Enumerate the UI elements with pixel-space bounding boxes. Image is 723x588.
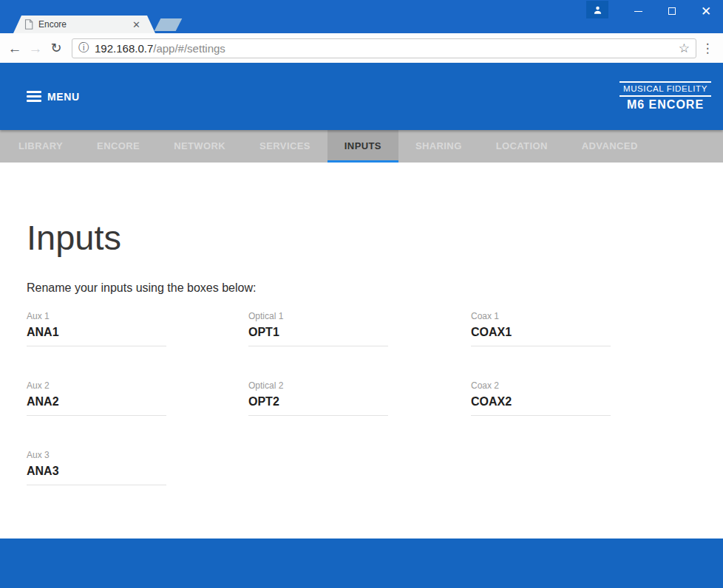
reload-icon[interactable]: ↻ xyxy=(46,41,67,55)
input-label: Aux 3 xyxy=(27,450,248,460)
maximize-icon xyxy=(668,7,676,15)
tab-close-icon[interactable]: ✕ xyxy=(131,20,142,30)
input-label: Optical 1 xyxy=(248,311,471,321)
app-footer xyxy=(0,539,723,588)
input-field-group: Optical 1 xyxy=(248,311,471,346)
menu-label: MENU xyxy=(47,91,80,103)
tab-advanced[interactable]: ADVANCED xyxy=(565,130,655,163)
page-subtitle: Rename your inputs using the boxes below… xyxy=(27,281,696,295)
close-icon: ✕ xyxy=(701,5,711,18)
tab-library[interactable]: LIBRARY xyxy=(1,130,80,163)
maximize-button[interactable] xyxy=(655,0,689,22)
browser-toolbar: ← → ↻ ⓘ 192.168.0.7/app/#/settings ☆ ⋮ xyxy=(0,33,723,63)
rename-input-opt1[interactable] xyxy=(248,321,388,346)
rename-input-opt2[interactable] xyxy=(248,391,388,416)
browser-menu-icon[interactable]: ⋮ xyxy=(696,41,719,56)
minimize-button[interactable] xyxy=(621,0,655,22)
settings-nav: LIBRARYENCORENETWORKSERVICESINPUTSSHARIN… xyxy=(0,130,723,163)
input-field-group: Optical 2 xyxy=(248,380,471,416)
browser-titlebar: Encore ✕ ✕ xyxy=(0,0,723,33)
brand-name: MUSICAL FIDELITY xyxy=(620,81,711,97)
input-field-group: Aux 1 xyxy=(27,311,248,346)
back-icon[interactable]: ← xyxy=(4,41,25,55)
page-title: Inputs xyxy=(27,219,696,257)
tab-encore[interactable]: ENCORE xyxy=(80,130,157,163)
url-path: /app/#/settings xyxy=(153,42,225,55)
close-button[interactable]: ✕ xyxy=(689,0,723,22)
tab-network[interactable]: NETWORK xyxy=(157,130,242,163)
new-tab-button[interactable] xyxy=(155,18,183,31)
url-text: 192.168.0.7/app/#/settings xyxy=(95,42,674,55)
rename-input-ana1[interactable] xyxy=(27,321,166,346)
bookmark-star-icon[interactable]: ☆ xyxy=(679,41,690,56)
hamburger-icon xyxy=(27,91,41,102)
input-field-group: Coax 1 xyxy=(471,311,693,346)
inputs-grid: Aux 1Optical 1Coax 1Aux 2Optical 2Coax 2… xyxy=(27,311,696,485)
page-info-icon[interactable]: ⓘ xyxy=(78,41,89,55)
page-favicon-icon xyxy=(24,19,33,30)
rename-input-coax1[interactable] xyxy=(471,321,611,346)
input-field-group: Aux 2 xyxy=(27,380,248,416)
input-field-group: Coax 2 xyxy=(471,380,693,416)
profile-button[interactable] xyxy=(586,1,608,18)
tab-inputs[interactable]: INPUTS xyxy=(327,130,398,163)
main-content: Inputs Rename your inputs using the boxe… xyxy=(0,163,723,539)
input-label: Aux 1 xyxy=(27,311,248,321)
rename-input-ana2[interactable] xyxy=(27,391,166,416)
input-label: Coax 2 xyxy=(471,380,693,391)
browser-tab-title: Encore xyxy=(38,19,131,30)
person-icon xyxy=(593,5,602,15)
input-label: Aux 2 xyxy=(27,380,248,391)
minimize-icon xyxy=(634,11,642,12)
input-label: Optical 2 xyxy=(248,380,471,391)
app-header: MENU MUSICAL FIDELITY M6 ENCORE xyxy=(0,63,723,130)
tab-sharing[interactable]: SHARING xyxy=(398,130,479,163)
menu-button[interactable]: MENU xyxy=(27,91,80,103)
input-field-group: Aux 3 xyxy=(27,450,248,485)
brand-logo: MUSICAL FIDELITY M6 ENCORE xyxy=(620,81,711,112)
url-host: 192.168.0.7 xyxy=(95,42,153,55)
rename-input-coax2[interactable] xyxy=(471,391,611,416)
tab-services[interactable]: SERVICES xyxy=(242,130,327,163)
address-bar[interactable]: ⓘ 192.168.0.7/app/#/settings ☆ xyxy=(72,38,696,58)
browser-tab[interactable]: Encore ✕ xyxy=(13,16,155,33)
input-label: Coax 1 xyxy=(471,311,693,321)
forward-icon[interactable]: → xyxy=(25,41,46,55)
tab-location[interactable]: LOCATION xyxy=(479,130,565,163)
rename-input-ana3[interactable] xyxy=(27,460,166,485)
product-name: M6 ENCORE xyxy=(620,98,711,112)
